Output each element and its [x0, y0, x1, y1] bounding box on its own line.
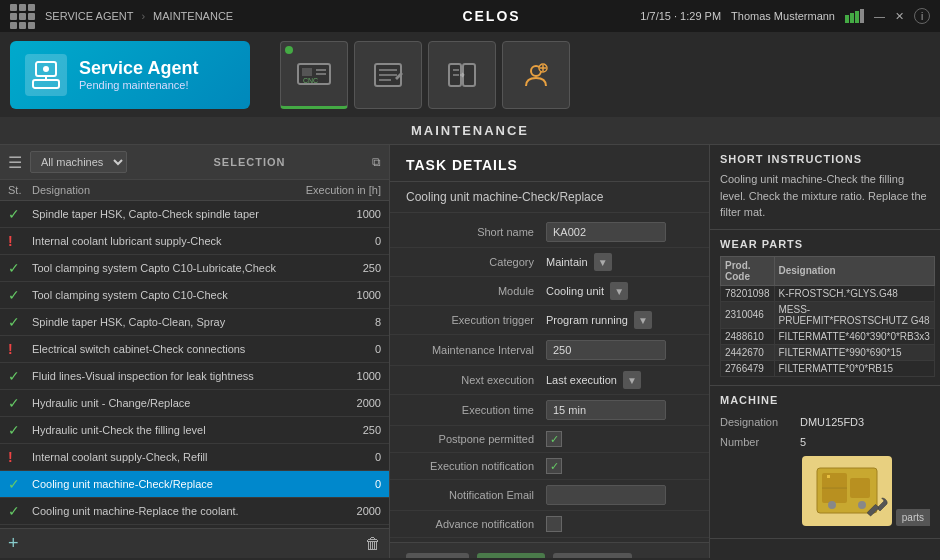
- left-panel-header: ☰ All machines SELECTION ⧉: [0, 145, 389, 180]
- form-label: Short name: [406, 226, 546, 238]
- machine-icon-area: parts: [720, 452, 930, 530]
- machine-title: MACHINE: [720, 394, 930, 406]
- breadcrumb-service-agent[interactable]: SERVICE AGENT: [45, 10, 133, 22]
- dropdown-arrow[interactable]: ▼: [594, 253, 612, 271]
- wear-parts-title: WEAR PARTS: [720, 238, 930, 250]
- short-instructions-title: SHORT INSTRUCTIONS: [720, 153, 930, 165]
- list-item[interactable]: ✓Hydraulic unit-Check the filling level2…: [0, 417, 389, 444]
- svg-rect-15: [463, 64, 475, 86]
- form-row: Execution time: [390, 395, 709, 426]
- list-item[interactable]: !Internal coolant supply-Check, Refill0: [0, 444, 389, 471]
- item-name: Cooling unit machine-Replace the coolant…: [32, 505, 301, 517]
- form-row: Maintenance Interval: [390, 335, 709, 366]
- nav-btn-edit[interactable]: [354, 41, 422, 109]
- svg-rect-2: [33, 80, 59, 88]
- list-item[interactable]: ✓Hydraulic unit - Change/Replace2000: [0, 390, 389, 417]
- agent-name: Service Agent: [79, 58, 198, 79]
- cancel-button[interactable]: Cancel: [553, 553, 632, 558]
- dropdown-arrow[interactable]: ▼: [610, 282, 628, 300]
- form-value: Cooling unit▼: [546, 282, 693, 300]
- form-input[interactable]: [546, 485, 666, 505]
- designation: FILTERMATTE*460*390*0*RB3x3: [774, 328, 934, 344]
- wear-parts-table: Prod. CodeDesignation78201098K-FROSTSCH.…: [720, 256, 935, 377]
- dropdown-arrow[interactable]: ▼: [634, 311, 652, 329]
- form-value: [546, 400, 693, 420]
- form-value: [546, 340, 693, 360]
- machine-section: MACHINE Designation DMU125FD3 Number 5: [710, 386, 940, 539]
- agent-icon: [25, 54, 67, 96]
- list-item[interactable]: ✓Spindle taper HSK, Capto-Check spindle …: [0, 201, 389, 228]
- minimize-btn[interactable]: —: [874, 10, 885, 22]
- form-input[interactable]: [546, 340, 666, 360]
- close-btn[interactable]: ✕: [895, 10, 904, 23]
- info-btn[interactable]: i: [914, 8, 930, 24]
- delete-task-button[interactable]: 🗑: [365, 535, 381, 553]
- dropdown-value: Maintain: [546, 256, 588, 268]
- header-execution: Execution in [h]: [301, 184, 381, 196]
- agent-subtitle: Pending maintenance!: [79, 79, 198, 91]
- list-item[interactable]: ✓Cooling unit machine-Replace the coolan…: [0, 498, 389, 525]
- list-item[interactable]: !Electrical switch cabinet-Check connect…: [0, 336, 389, 363]
- machine-number-row: Number 5: [720, 432, 930, 452]
- agent-text: Service Agent Pending maintenance!: [79, 58, 198, 91]
- list-item[interactable]: ✓Fluid lines-Visual inspection for leak …: [0, 363, 389, 390]
- nav-btn-transfer[interactable]: [428, 41, 496, 109]
- form-row: Execution triggerProgram running▼: [390, 306, 709, 335]
- form-value: Program running▼: [546, 311, 693, 329]
- status-icon: ✓: [8, 260, 32, 276]
- item-name: Tool clamping system Capto C10-Lubricate…: [32, 262, 301, 274]
- form-row: Postpone permitted: [390, 426, 709, 453]
- checkbox-checked[interactable]: [546, 431, 562, 447]
- dropdown-arrow[interactable]: ▼: [623, 371, 641, 389]
- header-st: St.: [8, 184, 32, 196]
- svg-point-3: [43, 66, 49, 72]
- breadcrumb-maintenance[interactable]: MAINTENANCE: [153, 10, 233, 22]
- copy-icon[interactable]: ⧉: [372, 155, 381, 169]
- parts-button[interactable]: parts: [896, 509, 930, 526]
- form-row: Execution notification: [390, 453, 709, 480]
- list-item[interactable]: ✓Tool clamping system Capto C10-Check100…: [0, 282, 389, 309]
- list-footer: + 🗑: [0, 528, 389, 558]
- list-item[interactable]: ✓Cooling unit machine-Check/Replace0: [0, 471, 389, 498]
- checkbox-checked[interactable]: [546, 458, 562, 474]
- add-task-button[interactable]: +: [8, 533, 19, 554]
- item-exec: 1000: [301, 370, 381, 382]
- list-item[interactable]: ✓Spindle taper HSK, Capto-Clean, Spray8: [0, 309, 389, 336]
- status-icon: !: [8, 233, 32, 249]
- wear-table-row: 2310046MESS-PRUEFMIT*FROSTSCHUTZ G48: [721, 301, 935, 328]
- form-label: Notification Email: [406, 489, 546, 501]
- prod-code: 2488610: [721, 328, 775, 344]
- header-designation: Designation: [32, 184, 301, 196]
- item-exec: 8: [301, 316, 381, 328]
- form-value: [546, 458, 693, 474]
- nav-btn-cnc[interactable]: CNC: [280, 41, 348, 109]
- dropdown-value: Program running: [546, 314, 628, 326]
- save-button[interactable]: Save: [477, 553, 545, 558]
- checkbox-empty[interactable]: [546, 516, 562, 532]
- main-title: MAINTENANCE: [0, 117, 940, 145]
- username: Thomas Mustermann: [731, 10, 835, 22]
- status-icon: ✓: [8, 422, 32, 438]
- short-instructions-text: Cooling unit machine-Check the filling l…: [720, 171, 930, 221]
- prod-code: 2442670: [721, 344, 775, 360]
- machine-select[interactable]: All machines: [30, 151, 127, 173]
- menu-icon[interactable]: ☰: [8, 153, 22, 172]
- short-instructions-section: SHORT INSTRUCTIONS Cooling unit machine-…: [710, 145, 940, 230]
- form-row: Short name: [390, 217, 709, 248]
- designation: FILTERMATTE*0*0*RB15: [774, 360, 934, 376]
- list-item[interactable]: !Internal coolant lubricant supply-Check…: [0, 228, 389, 255]
- form-label: Maintenance Interval: [406, 344, 546, 356]
- apps-grid[interactable]: [10, 4, 35, 29]
- form-input[interactable]: [546, 400, 666, 420]
- status-icon: !: [8, 341, 32, 357]
- svg-rect-5: [302, 68, 312, 76]
- top-bar-right: 1/7/15 · 1:29 PM Thomas Mustermann — ✕ i: [640, 8, 930, 24]
- list-item[interactable]: ✓Tool clamping system Capto C10-Lubricat…: [0, 255, 389, 282]
- svg-rect-29: [867, 504, 879, 516]
- form-input[interactable]: [546, 222, 666, 242]
- edit-button[interactable]: Edit: [406, 553, 469, 558]
- nav-btn-user-settings[interactable]: [502, 41, 570, 109]
- item-name: Internal coolant lubricant supply-Check: [32, 235, 301, 247]
- prod-code: 2310046: [721, 301, 775, 328]
- status-icon: ✓: [8, 314, 32, 330]
